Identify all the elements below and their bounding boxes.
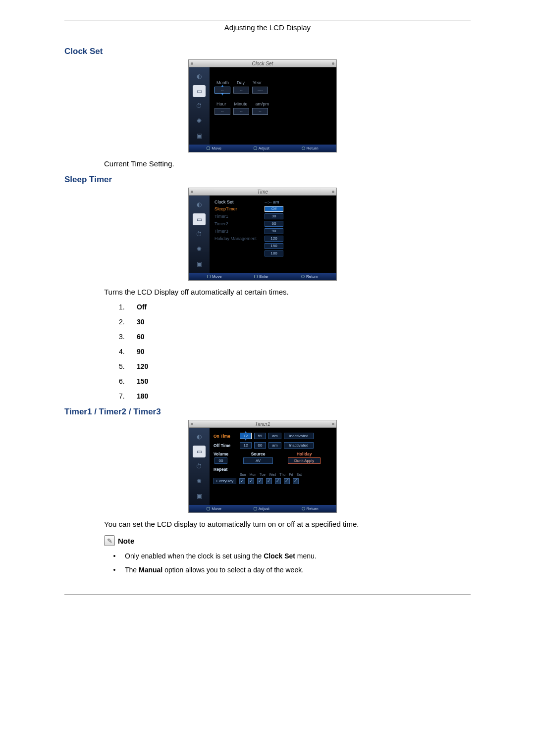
footer-move: Move — [212, 274, 222, 279]
osd-panel: Time ◐ ▭ ⏱ ✺ ▣ Clock Set--:-- am SleepTi… — [188, 188, 337, 281]
side-icon-time[interactable]: ⏱ — [193, 460, 206, 472]
menu-timer2[interactable]: Timer2 — [214, 221, 262, 226]
timers-heading: Timer1 / Timer2 / Timer3 — [64, 407, 471, 417]
menu-timer3[interactable]: Timer3 — [214, 229, 262, 234]
cs-day-field[interactable]: -- — [233, 87, 249, 94]
cs-label-ampm: am/pm — [256, 101, 269, 106]
check-wed[interactable] — [266, 478, 272, 484]
off-time-min[interactable]: 00 — [254, 442, 266, 449]
sleep-timer-off[interactable]: Off — [265, 206, 283, 212]
check-sun[interactable] — [239, 478, 245, 484]
side-icon-time[interactable]: ⏱ — [193, 100, 206, 112]
day-fri: Fri — [289, 473, 293, 476]
move-icon — [207, 507, 210, 510]
cs-label-day: Day — [237, 80, 245, 85]
cs-year-field[interactable]: ---- — [252, 87, 268, 94]
source-value[interactable]: AV — [243, 457, 273, 464]
return-icon — [301, 275, 305, 278]
osd-footer: Move Adjust Return — [189, 505, 336, 512]
list-num: 5. — [119, 362, 128, 370]
sleep-chip-90[interactable]: 90 — [265, 228, 283, 234]
side-icon-multi[interactable]: ▣ — [193, 490, 206, 502]
side-icon-input[interactable]: ◐ — [193, 70, 206, 82]
repeat-label: Repeat — [214, 467, 237, 472]
footer-move: Move — [212, 506, 221, 511]
sleep-timer-desc: Turns the LCD Display off automatically … — [104, 288, 471, 296]
side-icon-time[interactable]: ⏱ — [193, 228, 206, 240]
list-item: • The Manual option allows you to select… — [112, 566, 471, 574]
side-icon-setup[interactable]: ✺ — [193, 475, 206, 487]
sleep-chip-30[interactable]: 30 — [265, 213, 283, 219]
off-time-ampm[interactable]: am — [268, 442, 281, 449]
timers-desc: You can set the LCD display to automatic… — [104, 520, 471, 528]
list-item: 3.60 — [119, 333, 471, 341]
side-icon-picture[interactable]: ▭ — [193, 446, 206, 457]
on-time-hour[interactable]: 12 — [240, 433, 252, 439]
cs-hour-field[interactable]: -- — [214, 108, 230, 115]
side-icon-setup[interactable]: ✺ — [193, 243, 206, 255]
footer-adjust: Adjust — [259, 506, 269, 511]
osd-clock-set: Clock Set ◐ ▭ ⏱ ✺ ▣ Month Day Year — [188, 59, 471, 152]
sleep-timer-heading: Sleep Timer — [64, 175, 471, 185]
bold-manual: Manual — [139, 566, 162, 574]
menu-clock-set[interactable]: Clock Set — [214, 200, 262, 204]
osd-side-icons: ◐ ▭ ⏱ ✺ ▣ — [189, 67, 210, 145]
day-thu: Thu — [279, 473, 285, 476]
list-val: 90 — [137, 348, 145, 355]
note-row: ✎ Note — [104, 535, 471, 546]
menu-sleep-timer[interactable]: SleepTimer — [214, 206, 262, 211]
bullet-icon: • — [112, 566, 117, 574]
sleep-chip-150[interactable]: 150 — [265, 243, 283, 249]
list-num: 7. — [119, 392, 128, 400]
list-val: 180 — [137, 392, 148, 400]
cs-label-hour: Hour — [216, 101, 226, 106]
list-item: 5.120 — [119, 362, 471, 370]
return-icon — [302, 147, 305, 150]
cs-minute-field[interactable]: -- — [233, 108, 249, 115]
page: Adjusting the LCD Display Clock Set Cloc… — [64, 20, 471, 595]
osd-title: Timer1 — [189, 420, 336, 428]
osd-main: Clock Set--:-- am SleepTimer Off Timer13… — [210, 196, 336, 273]
on-time-ampm[interactable]: am — [268, 433, 281, 439]
list-val: Off — [137, 303, 147, 311]
osd-title: Clock Set — [189, 60, 336, 67]
check-thu[interactable] — [275, 478, 281, 484]
repeat-value[interactable]: EveryDay — [214, 478, 236, 484]
sleep-timer-options-list: 1.Off 2.30 3.60 4.90 5.120 6.150 7.180 — [119, 303, 471, 400]
note-icon: ✎ — [104, 535, 115, 546]
off-time-state[interactable]: Inactivated — [284, 442, 314, 449]
list-num: 1. — [119, 303, 128, 311]
side-icon-input[interactable]: ◐ — [193, 199, 206, 210]
side-icon-multi[interactable]: ▣ — [193, 258, 206, 270]
sleep-chip-180[interactable]: 180 — [265, 251, 283, 256]
osd-title: Time — [189, 188, 336, 196]
adjust-icon — [254, 147, 257, 150]
check-fri[interactable] — [284, 478, 290, 484]
off-time-hour[interactable]: 12 — [240, 442, 252, 449]
list-val: 150 — [137, 377, 148, 385]
on-time-state[interactable]: Inactivated — [284, 433, 314, 439]
on-time-min[interactable]: 59 — [254, 433, 266, 439]
osd-sleep-timer: Time ◐ ▭ ⏱ ✺ ▣ Clock Set--:-- am SleepTi… — [188, 188, 471, 281]
sleep-chip-60[interactable]: 60 — [265, 221, 283, 227]
check-tue[interactable] — [257, 478, 263, 484]
check-mon[interactable] — [248, 478, 254, 484]
side-icon-picture[interactable]: ▭ — [193, 213, 206, 225]
menu-timer1[interactable]: Timer1 — [214, 214, 262, 219]
cs-month-field[interactable]: -- — [214, 87, 230, 94]
sleep-chip-120[interactable]: 120 — [265, 236, 283, 242]
clock-set-desc: Current Time Setting. — [104, 159, 471, 168]
footer-move: Move — [212, 146, 221, 151]
menu-holiday-mgmt[interactable]: Holiday Management — [214, 236, 262, 241]
side-icon-picture[interactable]: ▭ — [193, 85, 206, 97]
side-icon-multi[interactable]: ▣ — [193, 130, 206, 142]
side-icon-input[interactable]: ◐ — [193, 431, 206, 443]
osd-footer: Move Enter Return — [189, 273, 336, 280]
volume-label: Volume — [214, 452, 228, 456]
note-label: Note — [118, 537, 134, 545]
holiday-value[interactable]: Don't Apply — [288, 457, 321, 464]
cs-ampm-field[interactable]: -- — [252, 108, 268, 115]
volume-value[interactable]: 00 — [214, 457, 227, 464]
side-icon-setup[interactable]: ✺ — [193, 115, 206, 127]
check-sat[interactable] — [293, 478, 299, 484]
